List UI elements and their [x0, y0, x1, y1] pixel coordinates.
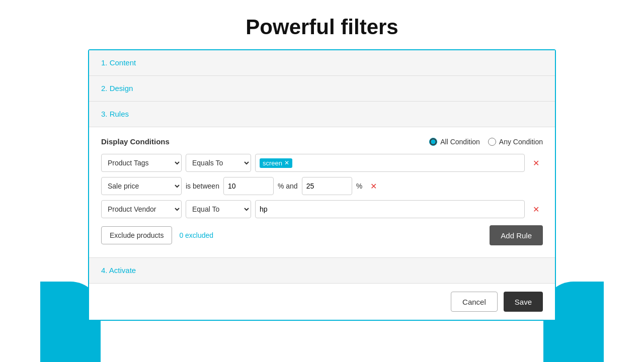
percent-and-label: % and — [278, 182, 298, 190]
tag-badge-text: screen — [263, 159, 282, 167]
condition-row-1: Product Tags Sale price Product Vendor E… — [101, 154, 543, 172]
any-condition-text: Any Condition — [499, 138, 543, 146]
section-design-link[interactable]: 2. Design — [101, 84, 133, 93]
save-button[interactable]: Save — [504, 292, 543, 312]
between-label: is between — [186, 182, 219, 190]
excluded-count: 0 excluded — [179, 231, 213, 239]
any-condition-radio[interactable] — [488, 138, 496, 146]
add-rule-button[interactable]: Add Rule — [490, 225, 543, 245]
vendor-value-input[interactable] — [255, 200, 525, 218]
section-activate-link[interactable]: 4. Activate — [101, 266, 136, 275]
all-condition-radio[interactable] — [429, 138, 437, 146]
tag-input-area-1[interactable]: screen ✕ — [255, 154, 525, 172]
field-select-2[interactable]: Sale price Product Tags Product Vendor — [101, 177, 182, 195]
main-panel: 1. Content 2. Design 3. Rules Display Co… — [88, 49, 556, 321]
conditions-header: Display Conditions All Condition Any Con… — [101, 137, 543, 146]
page-title: Powerful filters — [0, 0, 644, 49]
all-condition-text: All Condition — [440, 138, 480, 146]
condition-row-3: Product Vendor Product Tags Sale price E… — [101, 200, 543, 218]
conditions-title: Display Conditions — [101, 137, 170, 146]
condition-radio-group: All Condition Any Condition — [429, 138, 543, 146]
tag-close-icon[interactable]: ✕ — [284, 159, 289, 166]
operator-select-1[interactable]: Equals To Not Equals To Contains — [186, 154, 251, 172]
remove-row-2-icon: ✕ — [370, 182, 377, 191]
condition-row-2: Sale price Product Tags Product Vendor i… — [101, 177, 543, 195]
section-activate[interactable]: 4. Activate — [89, 258, 555, 284]
percent-label: % — [356, 182, 362, 190]
section-content-link[interactable]: 1. Content — [101, 58, 136, 67]
field-select-1[interactable]: Product Tags Sale price Product Vendor — [101, 154, 182, 172]
exclude-products-button[interactable]: Exclude products — [101, 226, 172, 244]
remove-row-1-icon: ✕ — [533, 158, 539, 168]
section-rules-link[interactable]: 3. Rules — [101, 110, 129, 118]
remove-row-3-icon: ✕ — [533, 205, 539, 214]
tag-badge-screen: screen ✕ — [260, 158, 292, 168]
section-rules-header[interactable]: 3. Rules — [89, 102, 555, 127]
remove-row-1-button[interactable]: ✕ — [529, 156, 543, 170]
section-content[interactable]: 1. Content — [89, 50, 555, 76]
rules-body: Display Conditions All Condition Any Con… — [89, 127, 555, 258]
remove-row-3-button[interactable]: ✕ — [529, 202, 543, 216]
any-condition-label[interactable]: Any Condition — [488, 138, 543, 146]
field-select-3[interactable]: Product Vendor Product Tags Sale price — [101, 200, 182, 218]
footer: Cancel Save — [89, 284, 555, 320]
operator-select-3[interactable]: Equal To Not Equal To Contains — [186, 200, 251, 218]
cancel-button[interactable]: Cancel — [451, 292, 498, 312]
actions-row: Exclude products 0 excluded Add Rule — [101, 225, 543, 245]
section-design[interactable]: 2. Design — [89, 76, 555, 102]
between-value-2[interactable] — [302, 177, 352, 195]
all-condition-label[interactable]: All Condition — [429, 138, 480, 146]
remove-row-2-button[interactable]: ✕ — [366, 179, 380, 193]
between-value-1[interactable] — [223, 177, 274, 195]
